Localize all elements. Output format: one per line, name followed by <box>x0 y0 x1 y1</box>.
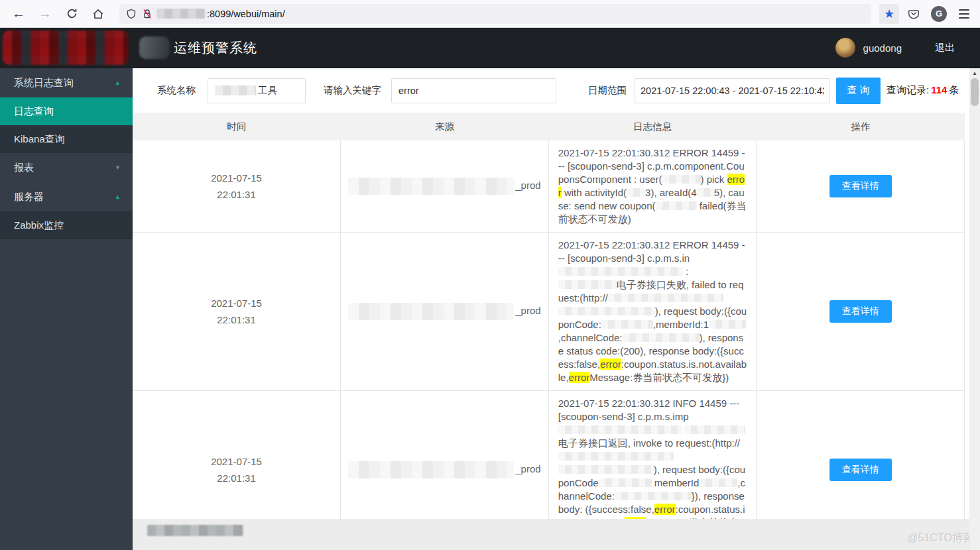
bookmark-star-icon[interactable]: ★ <box>879 4 899 24</box>
sidebar-item-label: 服务器 <box>14 191 44 203</box>
keyword-highlight: error <box>600 358 621 370</box>
log-table: 时间来源日志信息操作 2021-07-1522:01:31_prod2021-0… <box>133 113 969 519</box>
sidebar-item-zabbix-monitor[interactable]: Zabbix监控 <box>0 211 133 239</box>
search-button[interactable]: 查 询 <box>836 78 881 104</box>
redacted-source <box>348 303 514 320</box>
browser-actions: ★ G <box>879 4 975 24</box>
sidebar-menu: 系统日志查询▲日志查询Kibana查询报表▼服务器▲Zabbix监控 <box>0 68 133 239</box>
table-row: 2021-07-1522:01:31_prod2021-07-15 22:01:… <box>133 391 965 520</box>
sidebar-item-label: Kibana查询 <box>14 133 65 146</box>
chevron-down-icon: ▼ <box>115 164 121 171</box>
column-header: 操作 <box>757 113 965 140</box>
log-source: _prod <box>341 140 549 233</box>
view-detail-button[interactable]: 查看详情 <box>829 300 892 323</box>
redacted-text <box>601 320 653 329</box>
redacted-text <box>709 320 746 329</box>
sidebar-item-log-query[interactable]: 日志查询 <box>0 97 133 125</box>
sidebar-item-server[interactable]: 服务器▲ <box>0 182 133 211</box>
forward-icon[interactable]: → <box>34 3 56 25</box>
table-row: 2021-07-1522:01:31_prod2021-07-15 22:01:… <box>133 140 965 233</box>
log-actions: 查看详情 <box>757 233 965 391</box>
url-bar[interactable]: :8099/webui/main/ <box>119 4 871 24</box>
redacted-source <box>348 178 514 195</box>
scroll-up-icon[interactable]: ▲ <box>969 68 980 78</box>
home-icon[interactable] <box>87 3 109 25</box>
system-name-suffix: 工具 <box>258 84 277 97</box>
column-header: 来源 <box>341 113 549 140</box>
redacted-text <box>558 267 683 276</box>
redacted-text <box>558 425 682 434</box>
redacted-text <box>697 188 714 197</box>
records-summary: 查询记录:114条 <box>887 84 959 97</box>
insecure-lock-icon[interactable] <box>142 9 153 19</box>
redacted-host <box>156 9 206 19</box>
watermark: @51CTO博客 <box>907 531 973 545</box>
back-icon[interactable]: ← <box>7 3 30 25</box>
redacted-text <box>599 478 652 487</box>
view-detail-button[interactable]: 查看详情 <box>829 459 892 481</box>
sidebar-item-kibana-query[interactable]: Kibana查询 <box>0 125 133 153</box>
redacted-system-name <box>215 85 256 95</box>
system-name-input[interactable]: 工具 <box>208 78 306 103</box>
sidebar-item-label: 日志查询 <box>14 105 54 118</box>
table-row: 2021-07-1522:01:31_prod2021-07-15 22:01:… <box>133 233 965 391</box>
chevron-up-icon: ▲ <box>115 80 121 86</box>
log-time: 2021-07-1522:01:31 <box>133 233 341 391</box>
chevron-up-icon: ▲ <box>115 193 121 200</box>
date-range-input[interactable] <box>635 78 830 103</box>
redacted-footer-blob <box>147 525 243 536</box>
column-header: 日志信息 <box>548 113 757 140</box>
keyword-highlight: error <box>654 504 676 515</box>
menu-icon[interactable] <box>953 4 975 24</box>
redacted-text <box>558 280 617 289</box>
records-unit: 条 <box>949 84 959 95</box>
table-header-row: 时间来源日志信息操作 <box>133 113 965 140</box>
source-suffix: _prod <box>515 305 540 316</box>
redacted-text <box>623 333 700 342</box>
redacted-text <box>558 452 674 461</box>
redacted-brand-blob <box>139 36 170 59</box>
sidebar-item-system-log-query[interactable]: 系统日志查询▲ <box>0 68 133 97</box>
sidebar-item-report[interactable]: 报表▼ <box>0 153 133 182</box>
keyword-highlight: error <box>558 174 745 198</box>
log-actions: 查看详情 <box>757 140 965 233</box>
profile-initial: G <box>931 6 947 22</box>
system-name-label: 系统名称 <box>157 84 196 97</box>
keyword-input[interactable] <box>391 78 556 103</box>
shield-icon[interactable] <box>126 9 137 19</box>
url-text: :8099/webui/main/ <box>207 9 285 19</box>
pocket-icon[interactable] <box>903 4 924 24</box>
redacted-logo <box>3 30 129 65</box>
user-area: guodong 退出 <box>835 38 980 58</box>
page-title: 运维预警系统 <box>174 39 257 57</box>
redacted-source <box>348 461 514 478</box>
log-actions: 查看详情 <box>757 391 965 520</box>
column-header: 时间 <box>133 113 341 140</box>
user-avatar <box>835 38 855 58</box>
records-label: 查询记录: <box>887 84 929 95</box>
redacted-text <box>615 492 692 500</box>
reload-icon[interactable] <box>60 3 83 25</box>
sidebar-item-label: Zabbix监控 <box>14 219 64 232</box>
logout-button[interactable]: 退出 <box>935 42 955 54</box>
redacted-text <box>699 478 737 487</box>
log-message: 2021-07-15 22:01:30.312 INFO 14459 --- [… <box>548 391 757 520</box>
sidebar-item-label: 系统日志查询 <box>14 77 74 89</box>
date-range-label: 日期范围 <box>588 84 627 97</box>
view-detail-button[interactable]: 查看详情 <box>829 175 892 197</box>
log-message: 2021-07-15 22:01:30.312 ERROR 14459 --- … <box>548 233 757 391</box>
app-header: 运维预警系统 guodong 退出 <box>0 28 980 68</box>
log-source: _prod <box>341 233 549 391</box>
footer-strip <box>133 519 980 550</box>
redacted-text <box>558 307 655 315</box>
username[interactable]: guodong <box>863 42 902 54</box>
source-suffix: _prod <box>515 463 540 474</box>
source-suffix: _prod <box>515 180 540 191</box>
keyword-label: 请输入关键字 <box>324 84 381 97</box>
profile-avatar[interactable]: G <box>928 4 949 24</box>
log-time: 2021-07-1522:01:31 <box>133 391 341 520</box>
browser-toolbar: ← → :8099/webui/main/ ★ <box>0 0 980 28</box>
scrollbar-thumb[interactable] <box>971 78 979 106</box>
records-count: 114 <box>929 84 949 95</box>
vertical-scrollbar[interactable]: ▲ <box>969 68 980 550</box>
